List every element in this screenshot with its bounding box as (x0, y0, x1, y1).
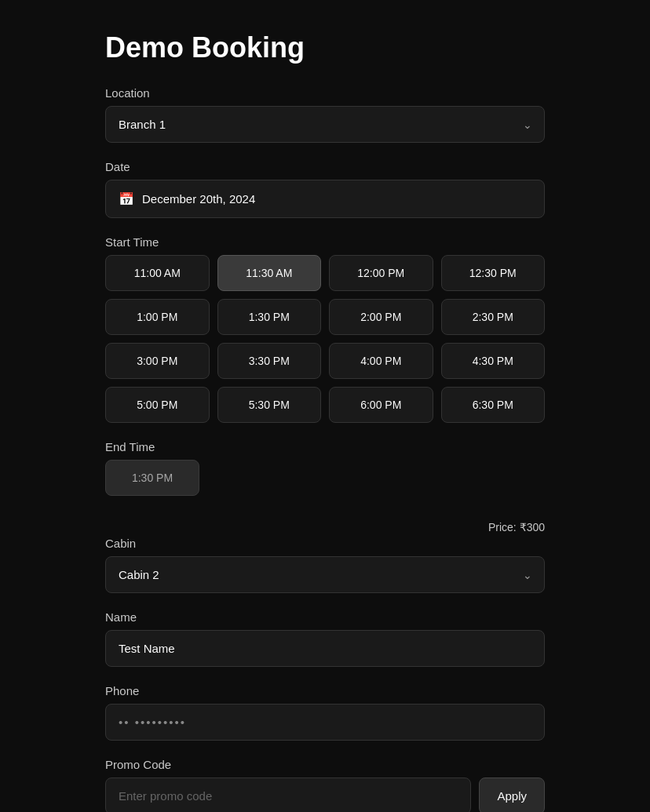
time-slot-btn[interactable]: 2:00 PM (329, 299, 433, 335)
location-group: Location Branch 1 Branch 2 Branch 3 ⌄ (105, 86, 545, 143)
page-title: Demo Booking (105, 31, 545, 64)
location-select[interactable]: Branch 1 Branch 2 Branch 3 (105, 106, 545, 143)
time-slot-btn[interactable]: 2:30 PM (441, 299, 546, 335)
location-select-wrapper: Branch 1 Branch 2 Branch 3 ⌄ (105, 106, 545, 143)
end-time-group: End Time 1:30 PM (105, 440, 545, 496)
name-input[interactable] (105, 630, 545, 667)
time-slot-btn[interactable]: 11:00 AM (105, 255, 210, 291)
price-display: Price: ₹300 (105, 521, 545, 533)
time-slot-btn[interactable]: 4:00 PM (329, 343, 433, 379)
phone-input[interactable] (105, 704, 545, 741)
time-slot-btn[interactable]: 3:00 PM (105, 343, 210, 379)
date-label: Date (105, 160, 545, 173)
apply-button[interactable]: Apply (479, 777, 545, 812)
time-grid: 11:00 AM11:30 AM12:00 PM12:30 PM1:00 PM1… (105, 255, 545, 423)
cabin-group: Cabin Cabin 1 Cabin 2 Cabin 3 ⌄ (105, 537, 545, 593)
name-label: Name (105, 610, 545, 624)
promo-label: Promo Code (105, 758, 545, 771)
time-slot-btn[interactable]: 5:30 PM (217, 387, 322, 423)
date-group: Date 📅 December 20th, 2024 (105, 160, 545, 218)
calendar-icon: 📅 (119, 191, 134, 206)
time-slot-btn[interactable]: 3:30 PM (217, 343, 322, 379)
phone-group: Phone (105, 684, 545, 741)
cabin-select[interactable]: Cabin 1 Cabin 2 Cabin 3 (105, 556, 545, 593)
promo-row: Apply (105, 777, 545, 812)
cabin-select-wrapper: Cabin 1 Cabin 2 Cabin 3 ⌄ (105, 556, 545, 593)
promo-input[interactable] (105, 777, 471, 812)
location-label: Location (105, 86, 545, 100)
time-slot-btn[interactable]: 12:00 PM (329, 255, 433, 291)
time-slot-btn[interactable]: 12:30 PM (441, 255, 546, 291)
time-slot-btn[interactable]: 1:00 PM (105, 299, 210, 335)
time-slot-btn[interactable]: 6:00 PM (329, 387, 433, 423)
name-group: Name (105, 610, 545, 667)
start-time-group: Start Time 11:00 AM11:30 AM12:00 PM12:30… (105, 235, 545, 423)
time-slot-btn[interactable]: 6:30 PM (441, 387, 546, 423)
end-time-display: 1:30 PM (105, 460, 199, 496)
start-time-label: Start Time (105, 235, 545, 249)
promo-group: Promo Code Apply (105, 758, 545, 812)
time-slot-btn[interactable]: 1:30 PM (217, 299, 322, 335)
time-slot-btn[interactable]: 11:30 AM (217, 255, 322, 291)
time-slot-btn[interactable]: 4:30 PM (441, 343, 546, 379)
date-value: December 20th, 2024 (142, 192, 255, 206)
phone-label: Phone (105, 684, 545, 697)
end-time-label: End Time (105, 440, 545, 453)
time-slot-btn[interactable]: 5:00 PM (105, 387, 210, 423)
cabin-label: Cabin (105, 537, 545, 550)
date-picker[interactable]: 📅 December 20th, 2024 (105, 180, 545, 218)
